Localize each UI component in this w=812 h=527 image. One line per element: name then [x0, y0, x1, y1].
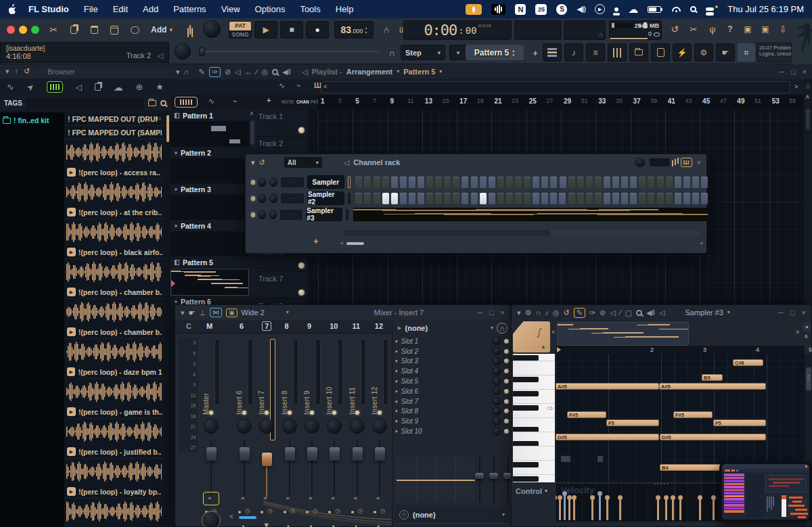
- slot-label[interactable]: Slot 7: [401, 398, 489, 405]
- cloud-tab-icon[interactable]: ☁: [114, 83, 123, 92]
- channel-target-display[interactable]: ···: [280, 210, 302, 220]
- preview-play-icon[interactable]: ▶: [67, 367, 75, 376]
- slot-dropdown-icon[interactable]: ▾: [395, 399, 398, 404]
- velocity-stem[interactable]: [665, 498, 667, 520]
- step-1[interactable]: [355, 193, 362, 204]
- picker-audio-icon[interactable]: ∿: [208, 97, 215, 105]
- mixer-scroll-thumb[interactable]: [239, 516, 256, 519]
- mixer-antenna-icon[interactable]: ⊥: [199, 309, 206, 317]
- volume-icon[interactable]: ◀)): [577, 5, 585, 14]
- record-audio-mic-icon[interactable]: ψ: [704, 20, 721, 38]
- step-2[interactable]: [364, 177, 371, 188]
- rack-options-icon[interactable]: ▾: [251, 159, 255, 166]
- step-11[interactable]: [444, 177, 451, 188]
- browser-undo-icon[interactable]: ↺: [24, 68, 30, 75]
- time-display[interactable]: 0:00 : 00 M:S:CS: [403, 20, 512, 40]
- playlist-scroll-zoom-bar[interactable]: <: [321, 81, 790, 93]
- browser-item[interactable]: ▶ !(perc loop) - chamber b..: [64, 259, 165, 299]
- step-12[interactable]: [453, 193, 459, 204]
- channel-piano-preview[interactable]: [353, 208, 708, 221]
- slot-enable-led[interactable]: [504, 429, 509, 434]
- eq-plugin-name[interactable]: (none): [405, 324, 487, 332]
- arrangement-selector[interactable]: Arrangement: [346, 68, 392, 76]
- step-33[interactable]: [639, 177, 646, 188]
- step-6[interactable]: [400, 193, 407, 204]
- midi-note-b4[interactable]: B4: [660, 464, 721, 471]
- mixer-slot-3[interactable]: ▾ Slot 3: [392, 357, 512, 367]
- rack-close-button[interactable]: ×: [697, 158, 701, 166]
- paste-icon[interactable]: [85, 21, 103, 39]
- piano-roll-titlebar[interactable]: ▾ ⚙ ∩ ♪ ◎ ↺ ✎ ✑ ⊘ ◁ ∕ ▢ ◀‖ ◁ Sampler #3 …: [512, 305, 811, 320]
- pr-record-icon[interactable]: ◎: [553, 309, 560, 317]
- slot-enable-led[interactable]: [504, 409, 509, 413]
- playback-tool-icon[interactable]: ◀‖: [282, 68, 291, 76]
- control-center-icon[interactable]: [706, 7, 718, 11]
- step-10[interactable]: [435, 193, 442, 204]
- mixer-detach-icon[interactable]: ☛: [189, 309, 196, 317]
- velocity-stem[interactable]: [559, 498, 561, 520]
- velocity-stem[interactable]: [606, 498, 608, 520]
- pattern-preview[interactable]: [171, 159, 249, 183]
- audio-tab-icon[interactable]: ◁: [76, 83, 82, 91]
- add-pattern-button[interactable]: +: [526, 45, 544, 62]
- channel-volume-knob[interactable]: [269, 178, 277, 187]
- slot-label[interactable]: Slot 8: [401, 407, 489, 415]
- strip-led[interactable]: [355, 411, 359, 415]
- step-35[interactable]: [657, 177, 664, 188]
- slot-mix-knob[interactable]: [493, 347, 501, 355]
- rail-up-icon[interactable]: ∧: [805, 94, 810, 100]
- pr-select-tool-icon[interactable]: ▢: [625, 309, 632, 317]
- favorites-tab-icon[interactable]: ★: [156, 83, 164, 91]
- pat-song-toggle[interactable]: PAT SONG: [229, 21, 252, 39]
- channel-volume-knob[interactable]: [269, 210, 277, 219]
- browser-item[interactable]: ! FPC MAPPED OUT (SAMPL..: [64, 126, 165, 139]
- traffic-zoom-button[interactable]: [31, 26, 39, 34]
- files-tab-icon[interactable]: [95, 83, 101, 91]
- browser-item[interactable]: ▶ !(perc loop) - black airfo..: [64, 219, 165, 259]
- main-knob[interactable]: [203, 20, 221, 38]
- preview-play-icon[interactable]: ▶: [67, 447, 76, 456]
- playlist-minimize-button[interactable]: ─: [779, 68, 784, 76]
- strip-led[interactable]: [265, 411, 269, 415]
- step-27[interactable]: [586, 193, 593, 204]
- strip-led[interactable]: [310, 411, 314, 415]
- channel-enable-led[interactable]: [251, 212, 255, 217]
- playlist-magnet-icon[interactable]: ∩: [184, 68, 189, 76]
- track-dots[interactable]: ···: [259, 263, 267, 269]
- mic-active-icon[interactable]: [466, 4, 482, 15]
- help-icon[interactable]: ?: [721, 20, 739, 38]
- velocity-stem[interactable]: [672, 498, 674, 520]
- midi-note-b5[interactable]: B5: [702, 374, 723, 381]
- playlist-titlebar[interactable]: ▾ ∩ ✎ ✑ ⊘ ◁ ↔ ∕ ◎ ◀‖ ◁ Playlist - Arrang…: [171, 64, 812, 79]
- pattern-preview[interactable]: [171, 122, 249, 147]
- save-icon[interactable]: ▣: [739, 20, 757, 38]
- slot-mix-knob[interactable]: [493, 397, 501, 405]
- pr-slice-tool-icon[interactable]: ∕: [620, 309, 621, 317]
- menu-item-add[interactable]: Add: [135, 4, 166, 14]
- rail-thumb[interactable]: [806, 109, 810, 129]
- rack-scroll-right-icon[interactable]: >: [700, 241, 703, 246]
- strip-number-11[interactable]: 11: [353, 322, 361, 330]
- slot-mix-knob[interactable]: [493, 407, 501, 415]
- mixer-preset-name[interactable]: Wide 2: [242, 308, 265, 317]
- slot-dropdown-icon[interactable]: ▾: [395, 409, 398, 413]
- wave-tab-icon[interactable]: ∿: [7, 83, 14, 91]
- strip-fader[interactable]: [206, 447, 217, 461]
- rack-step-page-bar[interactable]: [344, 230, 699, 236]
- channel-select-indicator[interactable]: [348, 177, 351, 188]
- slot-dropdown-icon[interactable]: ▾: [395, 429, 398, 434]
- step-40[interactable]: [701, 193, 708, 204]
- strip-pan-knob[interactable]: [350, 419, 365, 434]
- strip-stereo-icon[interactable]: ⚭: [240, 496, 246, 502]
- channel-pan-knob[interactable]: [258, 210, 266, 219]
- mixer-strip-master[interactable]: Master ⚭ ◷ ∧: [201, 334, 222, 527]
- step-3[interactable]: [374, 193, 380, 204]
- slot-dropdown-icon[interactable]: ▾: [395, 349, 398, 354]
- collapse-icon[interactable]: ▾: [5, 68, 9, 75]
- shazam-icon[interactable]: S: [556, 4, 567, 15]
- pattern-entry-3[interactable]: Pattern 3: [171, 183, 249, 220]
- add-menu-button[interactable]: Add▾: [146, 21, 177, 39]
- velocity-stem[interactable]: [619, 498, 621, 520]
- shop-cart-icon[interactable]: ⌗: [738, 43, 755, 62]
- slot-enable-led[interactable]: [504, 339, 509, 344]
